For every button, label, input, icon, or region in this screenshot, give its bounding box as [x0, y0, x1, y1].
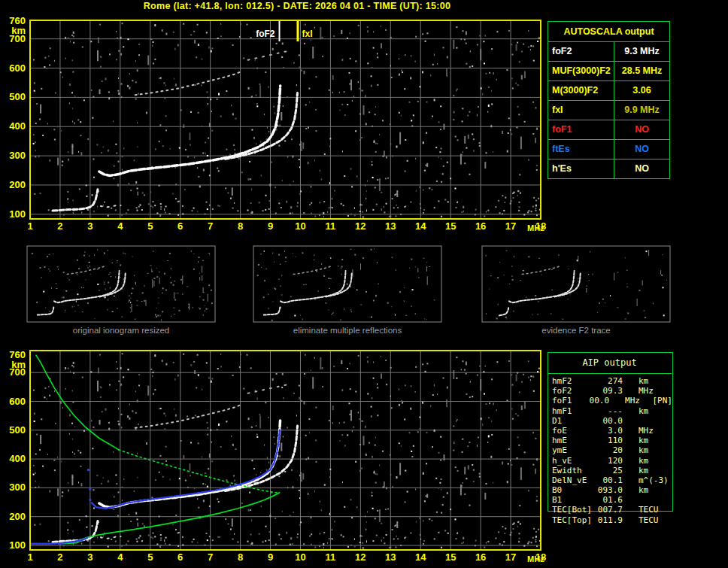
mini-trace-F2_ordinary — [509, 271, 575, 302]
aip-row-hmE: hmE110km — [552, 436, 672, 445]
mini-trace-F2_extraordinary — [99, 274, 125, 297]
mini-trace-multiple_reflection — [67, 266, 105, 274]
svg-text:300: 300 — [9, 150, 26, 161]
svg-text:1: 1 — [27, 220, 32, 232]
svg-text:4: 4 — [117, 220, 123, 232]
trace-E_region — [53, 190, 98, 211]
trace-E_region — [53, 521, 98, 542]
mini-trace-E_region — [38, 308, 54, 315]
panel-caption-original: original ionogram resized — [27, 325, 215, 336]
parameter-value: 20 — [593, 445, 623, 455]
parameter-label: DelN_vE — [552, 475, 593, 485]
aip-row-foE: foE3.0MHz — [552, 426, 672, 436]
parameter-value: km — [639, 456, 672, 466]
aip-row-D1: D100.0 — [552, 416, 672, 426]
mini-panel-frame — [27, 246, 215, 322]
parameter-label: D1 — [552, 416, 593, 426]
parameter-value: 09.3 — [593, 386, 623, 396]
parameter-value: MHz — [639, 426, 672, 436]
trace-profile_topside_solid — [36, 355, 119, 450]
autoscala-row-MUF(3000)F2: MUF(3000)F228.5 MHz — [548, 62, 669, 81]
svg-text:14: 14 — [415, 220, 426, 232]
autoscala-table-title: AUTOSCALA output — [548, 22, 669, 42]
mini-panel-2 — [482, 246, 670, 322]
mini-trace-multiple_reflection — [522, 266, 560, 274]
svg-text:9: 9 — [268, 551, 273, 563]
parameter-value: 007.7 — [593, 505, 623, 515]
parameter-value: km — [639, 376, 672, 386]
svg-text:17: 17 — [505, 551, 516, 563]
svg-text:km: km — [11, 25, 26, 36]
parameter-label: M(3000)F2 — [548, 81, 614, 100]
mini-panel-0 — [27, 246, 215, 322]
autoscala-row-fxI: fxI9.9 MHz — [548, 101, 669, 120]
autoscala-table-rows: foF29.3 MHzMUF(3000)F228.5 MHzM(3000)F23… — [548, 42, 669, 178]
trace-profile_bottomside — [59, 493, 280, 544]
svg-text:11: 11 — [326, 551, 336, 563]
parameter-value: [PN] — [652, 396, 672, 405]
marker-line-fxI — [296, 21, 299, 41]
aip-row-ymE: ymE20km — [552, 445, 672, 455]
trace-multiple_reflection — [135, 71, 242, 96]
aip-row-B0: B0093.0km — [552, 485, 672, 495]
restored-point — [89, 499, 91, 501]
restored-point — [87, 469, 89, 471]
mini-trace-F2_extraordinary — [554, 274, 580, 297]
plot-area — [30, 351, 541, 550]
autoscala-row-M(3000)F2: M(3000)F23.06 — [548, 81, 669, 101]
parameter-value: 00.0 — [585, 396, 609, 405]
parameter-label: foF2 — [552, 386, 593, 396]
svg-text:4: 4 — [117, 551, 123, 563]
svg-text:1: 1 — [27, 551, 32, 563]
svg-text:7: 7 — [208, 220, 213, 232]
parameter-label: h'Es — [548, 159, 614, 178]
parameter-label: fxI — [548, 101, 614, 120]
svg-text:500: 500 — [9, 91, 26, 102]
parameter-label: TEC[Top] — [552, 515, 593, 525]
mini-trace-F2_ordinary — [281, 271, 346, 302]
parameter-value: TECU — [639, 515, 672, 525]
parameter-label: MUF(3000)F2 — [548, 62, 614, 80]
parameter-value: m^(-3) — [639, 475, 672, 485]
parameter-value: NO — [614, 140, 669, 159]
autoscala-row-ftEs: ftEsNO — [548, 140, 669, 159]
parameter-label: h_vE — [552, 456, 593, 466]
top-ionogram: foF2fxI760700600500400300200100km1234567… — [9, 15, 546, 232]
svg-text:16: 16 — [475, 551, 486, 563]
parameter-value — [639, 416, 672, 426]
panel-caption-eliminate: eliminate multiple reflections — [253, 325, 441, 336]
panel-caption-evidence: evidence F2 trace — [482, 325, 670, 336]
svg-text:10: 10 — [295, 220, 305, 232]
svg-text:MHz: MHz — [527, 223, 544, 232]
svg-text:400: 400 — [9, 453, 26, 464]
noise-speckle — [33, 353, 541, 548]
parameter-value: 25 — [593, 466, 623, 475]
marker-line-foF2 — [279, 21, 281, 41]
parameter-label: foE — [552, 426, 593, 436]
aip-row-foF1: foF100.0MHz[PN] — [552, 396, 672, 405]
parameter-value: km — [639, 445, 672, 455]
svg-text:200: 200 — [9, 179, 26, 190]
aip-row-TEC[Top]: TEC[Top]011.9TECU — [552, 515, 672, 525]
aip-row-hmF1: hmF1---km — [552, 406, 672, 416]
autoscala-row-foF2: foF29.3 MHz — [548, 42, 669, 62]
parameter-label: ymE — [552, 445, 593, 455]
svg-text:6: 6 — [177, 220, 183, 232]
svg-text:600: 600 — [9, 396, 26, 407]
svg-text:9: 9 — [268, 220, 273, 232]
svg-text:2: 2 — [57, 220, 62, 232]
parameter-value: NO — [614, 159, 669, 178]
grid — [30, 351, 541, 550]
parameter-value: MHz — [639, 386, 672, 396]
svg-text:5: 5 — [147, 220, 153, 232]
trace-multiple_reflection_2 — [248, 384, 292, 393]
aip-table-title: AIP output — [548, 352, 672, 374]
mini-panel-1 — [253, 246, 441, 322]
aip-table-rows: hmF2274kmfoF209.3MHzfoF100.0MHz[PN]hmF1-… — [552, 376, 672, 525]
bottom-ionogram: 760700600500400300200100km12345678910111… — [9, 349, 546, 563]
trace-multiple_reflection_2 — [248, 50, 292, 60]
parameter-value: 110 — [593, 436, 623, 445]
trace-F2_ordinary — [99, 86, 281, 176]
aip-row-foF2: foF209.3MHz — [552, 386, 672, 396]
svg-text:100: 100 — [9, 539, 26, 551]
